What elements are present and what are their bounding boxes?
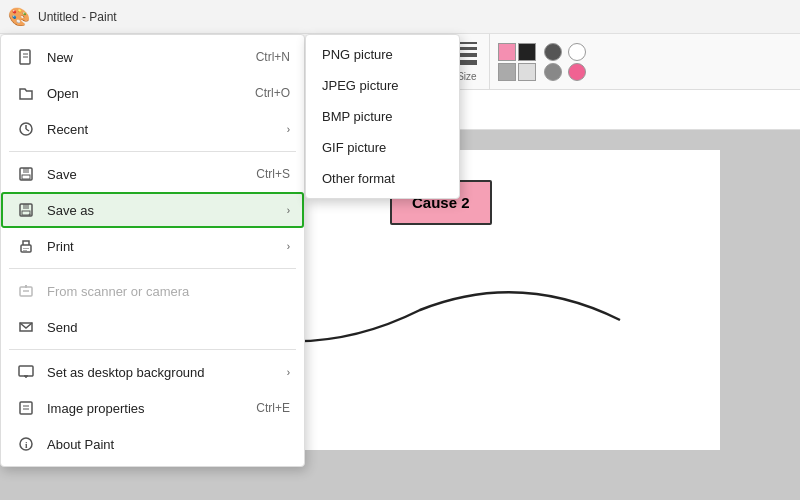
print-label: Print: [47, 239, 279, 254]
open-icon: [15, 82, 37, 104]
menu-item-properties[interactable]: Image properties Ctrl+E: [1, 390, 304, 426]
recent-label: Recent: [47, 122, 279, 137]
svg-text:+: +: [28, 211, 32, 217]
desktop-arrow: ›: [287, 367, 290, 378]
about-label: About Paint: [47, 437, 290, 452]
save-label: Save: [47, 167, 256, 182]
title-bar: 🎨 Untitled - Paint: [0, 0, 800, 34]
submenu-item-other[interactable]: Other format: [306, 163, 459, 194]
color1-swatch[interactable]: [498, 43, 516, 61]
svg-rect-28: [20, 287, 32, 296]
save-shortcut: Ctrl+S: [256, 167, 290, 181]
svg-rect-22: [23, 204, 29, 209]
divider1: [9, 151, 296, 152]
print-icon: [15, 235, 37, 257]
png-label: PNG picture: [322, 47, 393, 62]
new-label: New: [47, 50, 256, 65]
color8-swatch[interactable]: [568, 63, 586, 81]
menu-item-scanner: From scanner or camera: [1, 273, 304, 309]
open-label: Open: [47, 86, 255, 101]
about-icon: i: [15, 433, 37, 455]
properties-label: Image properties: [47, 401, 256, 416]
menu-item-desktop[interactable]: Set as desktop background ›: [1, 354, 304, 390]
submenu-item-gif[interactable]: GIF picture: [306, 132, 459, 163]
new-shortcut: Ctrl+N: [256, 50, 290, 64]
menu-item-about[interactable]: i About Paint: [1, 426, 304, 462]
new-icon: [15, 46, 37, 68]
save-as-icon: +: [15, 199, 37, 221]
menu-item-send[interactable]: Send: [1, 309, 304, 345]
menu-item-save[interactable]: Save Ctrl+S: [1, 156, 304, 192]
desktop-icon: [15, 361, 37, 383]
properties-icon: [15, 397, 37, 419]
divider3: [9, 349, 296, 350]
save-menu-icon: [15, 163, 37, 185]
submenu-item-png[interactable]: PNG picture: [306, 39, 459, 70]
save-as-arrow: ›: [287, 205, 290, 216]
submenu-item-jpeg[interactable]: JPEG picture: [306, 70, 459, 101]
scanner-label: From scanner or camera: [47, 284, 290, 299]
file-menu: New Ctrl+N Open Ctrl+O Recent › Save Ctr…: [0, 34, 305, 467]
scanner-icon: [15, 280, 37, 302]
svg-line-17: [26, 129, 29, 131]
desktop-label: Set as desktop background: [47, 365, 279, 380]
save-as-submenu: PNG picture JPEG picture BMP picture GIF…: [305, 34, 460, 199]
svg-rect-20: [22, 175, 30, 179]
send-icon: [15, 316, 37, 338]
menu-item-new[interactable]: New Ctrl+N: [1, 39, 304, 75]
svg-rect-33: [20, 402, 32, 414]
color7-swatch[interactable]: [568, 43, 586, 61]
title-bar-text: Untitled - Paint: [38, 10, 117, 24]
color6-swatch[interactable]: [544, 63, 562, 81]
save-as-label: Save as: [47, 203, 279, 218]
other-format-label: Other format: [322, 171, 395, 186]
jpeg-label: JPEG picture: [322, 78, 399, 93]
divider2: [9, 268, 296, 269]
svg-rect-19: [23, 168, 29, 173]
menu-item-recent[interactable]: Recent ›: [1, 111, 304, 147]
menu-item-print[interactable]: Print ›: [1, 228, 304, 264]
properties-shortcut: Ctrl+E: [256, 401, 290, 415]
size-label: Size: [457, 71, 476, 82]
submenu-item-bmp[interactable]: BMP picture: [306, 101, 459, 132]
color2-swatch[interactable]: [518, 43, 536, 61]
color4-swatch[interactable]: [518, 63, 536, 81]
color3-swatch[interactable]: [498, 63, 516, 81]
app-icon: 🎨: [8, 6, 30, 28]
recent-arrow: ›: [287, 124, 290, 135]
recent-icon: [15, 118, 37, 140]
send-label: Send: [47, 320, 290, 335]
print-arrow: ›: [287, 241, 290, 252]
color5-swatch[interactable]: [544, 43, 562, 61]
svg-rect-27: [23, 250, 27, 251]
gif-label: GIF picture: [322, 140, 386, 155]
bmp-label: BMP picture: [322, 109, 393, 124]
colors-section: [490, 34, 594, 89]
svg-text:i: i: [25, 440, 28, 450]
open-shortcut: Ctrl+O: [255, 86, 290, 100]
svg-rect-30: [19, 366, 33, 376]
menu-item-save-as[interactable]: + Save as ›: [1, 192, 304, 228]
svg-rect-26: [23, 248, 29, 249]
menu-item-open[interactable]: Open Ctrl+O: [1, 75, 304, 111]
